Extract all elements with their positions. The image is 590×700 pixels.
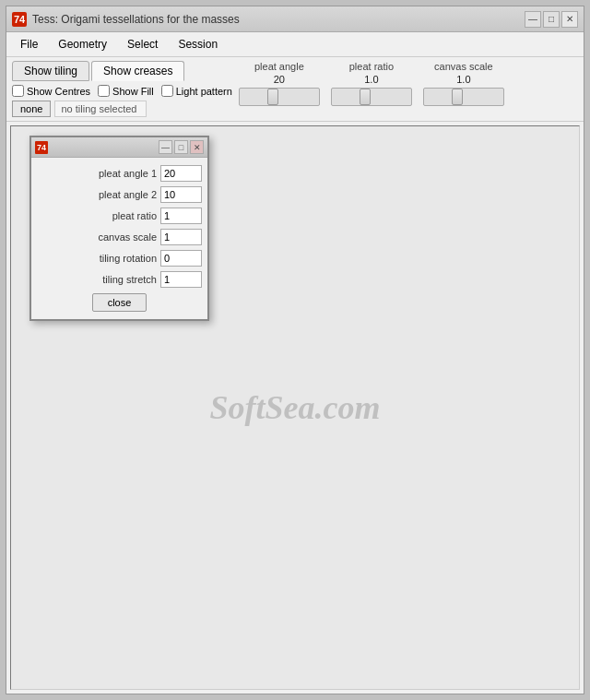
pleat-ratio-group: pleat ratio 1.0	[330, 61, 413, 106]
pleat-angle-label: pleat angle	[254, 61, 304, 72]
checkbox-show-centres[interactable]: Show Centres	[12, 85, 90, 97]
inner-title-bar: 74 — □ ✕	[31, 137, 207, 158]
field-input-pleat-angle-1[interactable]	[160, 165, 202, 182]
minimize-button[interactable]: —	[525, 11, 541, 28]
canvas-scale-label: canvas scale	[434, 61, 493, 72]
menu-bar: File Geometry Select Session	[6, 32, 584, 57]
field-input-canvas-scale[interactable]	[160, 229, 202, 245]
dialog-row-tiling-stretch: tiling stretch	[37, 271, 202, 288]
field-input-tiling-rotation[interactable]	[160, 250, 202, 267]
toolbar: Show tiling Show creases Show Centres Sh…	[6, 57, 584, 122]
pleat-angle-group: pleat angle 20	[238, 61, 321, 106]
field-label-tiling-rotation: tiling rotation	[37, 253, 160, 264]
watermark: SoftSea.com	[210, 388, 381, 427]
app-icon: 74	[12, 12, 27, 27]
field-label-pleat-angle-2: pleat angle 2	[37, 189, 160, 200]
light-pattern-checkbox[interactable]	[161, 85, 173, 97]
canvas-scale-value: 1.0	[456, 74, 470, 85]
pleat-ratio-label: pleat ratio	[349, 61, 394, 72]
field-input-tiling-stretch[interactable]	[160, 271, 202, 288]
window-title: Tess: Origami tessellations for the mass…	[32, 13, 240, 26]
dialog-close-button[interactable]: close	[92, 293, 148, 312]
dialog-row-pleat-angle-2: pleat angle 2	[37, 186, 202, 203]
dialog-row-tiling-rotation: tiling rotation	[37, 250, 202, 267]
pleat-ratio-slider[interactable]	[331, 88, 412, 106]
none-button[interactable]: none	[12, 101, 51, 117]
dialog-body: pleat angle 1 pleat angle 2 pleat ratio …	[31, 158, 207, 319]
field-label-pleat-angle-1: pleat angle 1	[37, 168, 160, 179]
toolbar-left: Show tiling Show creases Show Centres Sh…	[12, 61, 232, 117]
close-button[interactable]: ✕	[561, 11, 578, 28]
dialog-row-canvas-scale: canvas scale	[37, 229, 202, 245]
tab-show-tiling[interactable]: Show tiling	[12, 61, 89, 81]
toolbar-checkboxes: Show Centres Show Fill Light pattern	[12, 85, 232, 97]
field-input-pleat-angle-2[interactable]	[160, 186, 202, 203]
canvas-scale-group: canvas scale 1.0	[422, 61, 505, 106]
title-buttons: — □ ✕	[525, 11, 578, 28]
pleat-angle-value: 20	[274, 74, 285, 85]
inner-app-icon: 74	[35, 141, 48, 154]
menu-select[interactable]: Select	[117, 34, 168, 54]
pleat-angle-thumb[interactable]	[267, 89, 278, 105]
show-centres-checkbox[interactable]	[12, 85, 24, 97]
inner-title-buttons: — □ ✕	[159, 140, 204, 154]
field-label-pleat-ratio: pleat ratio	[37, 210, 160, 221]
inner-dialog: 74 — □ ✕ pleat angle 1 pleat angle 2	[30, 136, 209, 321]
toolbar-tabs: Show tiling Show creases	[12, 61, 232, 81]
title-bar-left: 74 Tess: Origami tessellations for the m…	[12, 12, 240, 27]
dialog-close-row: close	[37, 293, 202, 312]
inner-minimize-button[interactable]: —	[159, 140, 172, 154]
dialog-row-pleat-ratio: pleat ratio	[37, 208, 202, 224]
field-input-pleat-ratio[interactable]	[160, 208, 202, 224]
checkbox-show-fill[interactable]: Show Fill	[98, 85, 154, 97]
canvas-scale-thumb[interactable]	[452, 89, 463, 105]
tab-show-creases[interactable]: Show creases	[91, 61, 184, 81]
inner-close-button[interactable]: ✕	[190, 140, 204, 154]
title-bar: 74 Tess: Origami tessellations for the m…	[6, 6, 584, 32]
toolbar-none-row: none no tiling selected	[12, 101, 232, 117]
pleat-ratio-value: 1.0	[364, 74, 378, 85]
tiling-label: no tiling selected	[54, 101, 147, 117]
main-canvas[interactable]: 74 — □ ✕ pleat angle 1 pleat angle 2	[10, 125, 580, 690]
maximize-button[interactable]: □	[543, 11, 560, 28]
inner-maximize-button[interactable]: □	[174, 140, 188, 154]
pleat-angle-slider[interactable]	[239, 88, 320, 106]
field-label-tiling-stretch: tiling stretch	[37, 274, 160, 285]
dialog-row-pleat-angle-1: pleat angle 1	[37, 165, 202, 182]
field-label-canvas-scale: canvas scale	[37, 231, 160, 243]
menu-session[interactable]: Session	[168, 34, 228, 54]
menu-file[interactable]: File	[10, 34, 48, 54]
checkbox-light-pattern[interactable]: Light pattern	[161, 85, 232, 97]
main-window: 74 Tess: Origami tessellations for the m…	[6, 6, 584, 694]
pleat-ratio-thumb[interactable]	[360, 89, 371, 105]
show-fill-checkbox[interactable]	[98, 85, 110, 97]
canvas-scale-slider[interactable]	[423, 88, 504, 106]
menu-geometry[interactable]: Geometry	[48, 34, 117, 54]
toolbar-right: pleat angle 20 pleat ratio 1.0 canvas sc…	[238, 61, 578, 106]
